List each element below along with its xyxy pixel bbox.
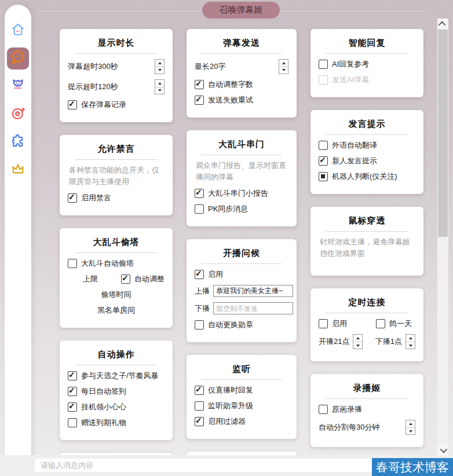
- sidebar-item-danmaku[interactable]: [7, 47, 29, 69]
- auto-tower-checkbox[interactable]: [68, 259, 77, 268]
- end-time-label: 下播1点: [375, 336, 402, 347]
- scrollbar[interactable]: [437, 19, 448, 455]
- connect-times-row: 开播21点 下播1点: [319, 334, 415, 349]
- check-row: 赠送到期礼物: [68, 418, 165, 428]
- checkbox-label: 大乱斗串门小报告: [208, 188, 268, 199]
- checkbox-label: 机器人判断(仅关注): [332, 171, 397, 182]
- spinner-row: 提示超时120秒: [68, 79, 165, 94]
- card-smart-reply: 智能回复 AI回复参考 发送AI弹幕: [310, 29, 423, 97]
- spinner-down-icon[interactable]: [155, 87, 164, 94]
- tower-time-label[interactable]: 偷塔时间: [101, 290, 131, 300]
- puzzle-icon: [10, 133, 26, 151]
- filter-checkbox[interactable]: [195, 417, 204, 426]
- auto-adjust-checkbox[interactable]: [121, 274, 130, 284]
- skip-day-checkbox[interactable]: [376, 319, 385, 328]
- split-spinner[interactable]: [405, 420, 415, 435]
- auto-medal-checkbox[interactable]: [195, 320, 204, 329]
- spinner-up-icon[interactable]: [279, 60, 288, 67]
- retry-checkbox[interactable]: [195, 96, 204, 105]
- raw-record-checkbox[interactable]: [319, 405, 328, 414]
- checkbox-label: PK同步消息: [208, 204, 248, 214]
- online-greeting-input[interactable]: [213, 285, 293, 297]
- check-row: 新人发言提示: [319, 156, 415, 166]
- spinner-up-icon[interactable]: [406, 420, 415, 428]
- spinner-down-icon[interactable]: [406, 342, 415, 349]
- sidebar-item-home[interactable]: [7, 20, 29, 42]
- spinner-up-icon[interactable]: [155, 60, 164, 67]
- spinner-down-icon[interactable]: [406, 428, 415, 435]
- divider: [75, 365, 158, 365]
- spinner-row: 最长20字: [195, 59, 288, 74]
- pk-sync-checkbox[interactable]: [195, 204, 204, 214]
- scroll-down-button[interactable]: [437, 445, 448, 455]
- spinner-up-icon[interactable]: [353, 335, 362, 342]
- card-pk-tower: 大乱斗偷塔 大乱斗自动偷塔 上限 自动调整 偷塔时间 黑名单房间: [60, 228, 173, 328]
- sidebar-item-plugin[interactable]: [7, 131, 29, 153]
- spinner-down-icon[interactable]: [353, 342, 362, 349]
- bot-detect-checkbox[interactable]: [319, 172, 328, 181]
- checkbox-label: 外语自动翻译: [332, 140, 377, 151]
- max-length-spinner[interactable]: [279, 59, 288, 74]
- lottery-checkbox[interactable]: [68, 371, 77, 380]
- spinner-up-icon[interactable]: [155, 80, 164, 87]
- blacklist-label[interactable]: 黑名单房间: [97, 305, 135, 316]
- auto-translate-checkbox[interactable]: [319, 141, 328, 150]
- start-time-spinner[interactable]: [353, 334, 363, 349]
- hint-timeout-spinner[interactable]: [155, 79, 165, 94]
- card-mouse-through: 鼠标穿透 针对游戏主播，避免弹幕姬挡住游戏界面: [310, 207, 423, 276]
- newcomer-hint-checkbox[interactable]: [319, 156, 328, 166]
- divider: [202, 263, 282, 264]
- limit-label[interactable]: 上限: [83, 274, 98, 284]
- offline-greeting-row: 下播: [195, 302, 288, 314]
- checkbox-label: 自动调整字数: [208, 79, 253, 90]
- gift-expiring-checkbox[interactable]: [68, 418, 77, 427]
- ai-reply-checkbox[interactable]: [319, 60, 328, 69]
- danmaku-timeout-spinner[interactable]: [155, 59, 165, 74]
- live-only-reply-checkbox[interactable]: [195, 386, 204, 395]
- checkbox-label: 新人发言提示: [332, 156, 377, 166]
- spinner-down-icon[interactable]: [279, 67, 288, 74]
- crown-icon: [10, 160, 26, 179]
- save-record-checkbox[interactable]: [68, 100, 77, 109]
- scrollbar-thumb[interactable]: [438, 30, 448, 237]
- enable-ban-checkbox[interactable]: [68, 193, 77, 203]
- end-time-spinner[interactable]: [405, 334, 415, 349]
- daily-signin-checkbox[interactable]: [68, 387, 77, 396]
- checkbox-label: 大乱斗自动偷塔: [81, 258, 134, 269]
- check-row: 发送失败重试: [195, 95, 288, 105]
- checkbox-label: 发送AI弹幕: [332, 75, 369, 85]
- medal-upgrade-checkbox[interactable]: [195, 401, 204, 411]
- check-row: 监听勋章升级: [195, 401, 288, 411]
- tower-time-row: 偷塔时间: [68, 290, 165, 300]
- sidebar-item-flower[interactable]: [7, 75, 29, 97]
- divider: [326, 134, 408, 135]
- checkbox-label: 启用禁言: [81, 193, 111, 203]
- greeting-enable-checkbox[interactable]: [195, 270, 204, 279]
- summon-danmaku-button[interactable]: 召唤弹幕姬: [202, 2, 280, 19]
- sidebar-item-record[interactable]: [7, 103, 29, 125]
- card-description: 各种禁言功能的总开关，仅限房管与主播使用: [69, 164, 163, 188]
- start-time-label: 开播21点: [319, 336, 349, 347]
- sidebar-item-vip[interactable]: [7, 159, 29, 181]
- card-title: 定时连接: [319, 294, 415, 313]
- chevron-up-icon: [439, 21, 446, 28]
- auto-adjust-length-checkbox[interactable]: [195, 80, 204, 89]
- bottom-bar: 春哥技术博客: [0, 455, 453, 476]
- divider: [75, 53, 158, 54]
- card-title: 显示时长: [68, 35, 165, 53]
- offline-greeting-input[interactable]: [213, 302, 293, 314]
- checkbox-label: 保存弹幕记录: [81, 100, 126, 110]
- idle-hearts-checkbox[interactable]: [68, 402, 77, 412]
- card-pk-visit: 大乱斗串门 观众串门报告、显示对面直播间的弹幕 大乱斗串门小报告 PK同步消息: [187, 130, 297, 226]
- spinner-up-icon[interactable]: [406, 335, 415, 342]
- timed-enable-checkbox[interactable]: [319, 319, 328, 328]
- checkbox-label: 启用: [332, 318, 347, 329]
- divider: [326, 53, 408, 54]
- visit-report-checkbox[interactable]: [195, 189, 204, 198]
- checkbox-label: 自动更换勋章: [208, 320, 253, 330]
- scroll-up-button[interactable]: [437, 19, 448, 29]
- card-title: 鼠标穿透: [319, 213, 415, 231]
- offline-label: 下播: [195, 303, 213, 314]
- divider: [326, 398, 408, 399]
- spinner-down-icon[interactable]: [155, 67, 164, 74]
